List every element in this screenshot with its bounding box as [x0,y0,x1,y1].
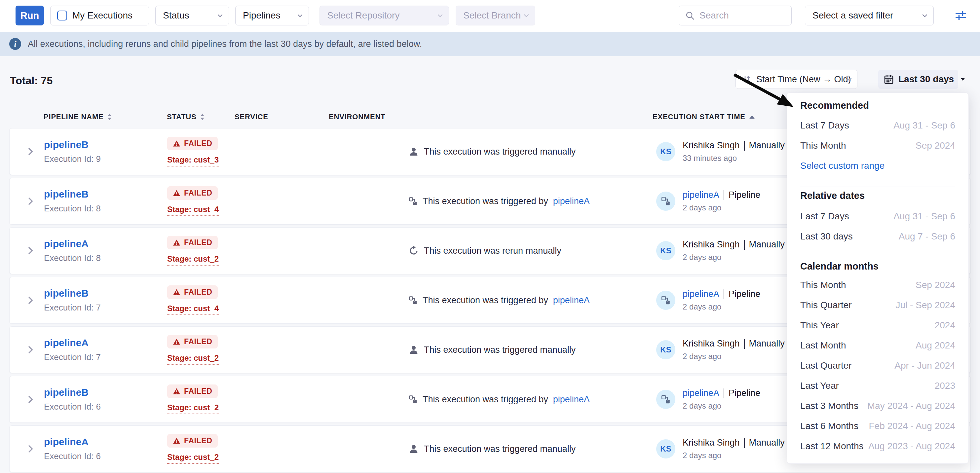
search-input[interactable] [700,10,785,21]
menu-item-this-year[interactable]: This Year2024 [800,315,955,335]
expand-chevron-icon[interactable] [25,344,36,355]
menu-section-recommended: Recommended [800,99,955,112]
status-badge: FAILED [167,434,218,448]
select-repository-dropdown[interactable]: Select Repository [320,6,449,25]
execution-id: Execution Id: 8 [44,253,101,263]
expand-chevron-icon[interactable] [25,245,36,256]
sort-asc-icon [749,114,755,119]
menu-item-this-month-cal[interactable]: This MonthSep 2024 [800,275,955,295]
avatar: KS [656,241,675,260]
my-executions-label: My Executions [72,10,132,21]
header-execution-start-time[interactable]: EXECUTION START TIME [652,110,755,124]
pipeline-name-link[interactable]: pipelineA [44,337,101,348]
menu-item-last-7-days[interactable]: Last 7 DaysAug 31 - Sep 6 [800,115,955,135]
saved-filter-dropdown[interactable]: Select a saved filter [805,6,934,25]
menu-item-this-month[interactable]: This MonthSep 2024 [800,135,955,156]
separator [744,438,745,448]
status-badge: FAILED [167,286,218,299]
trigger-pipeline-link[interactable]: pipelineA [553,394,590,405]
warning-icon [173,140,180,147]
total-count: Total: 75 [10,75,52,87]
separator [744,240,745,250]
header-pipeline-name[interactable]: PIPELINE NAME [44,110,112,124]
status-filter-dropdown[interactable]: Status [155,6,229,25]
menu-item-this-quarter[interactable]: This QuarterJul - Sep 2024 [800,295,955,315]
execution-time: 2 days ago [682,451,785,460]
execution-time: 2 days ago [682,302,760,311]
menu-item-last-month[interactable]: Last MonthAug 2024 [800,335,955,356]
pipeline-name-link[interactable]: pipelineA [44,436,101,448]
trigger-pipeline-link[interactable]: pipelineA [553,196,590,206]
pipeline-name-link[interactable]: pipelineB [44,189,101,200]
pipelines-filter-dropdown[interactable]: Pipelines [235,6,309,25]
failed-stage-link[interactable]: Stage: cust_3 [167,155,219,167]
sort-both-icon [107,113,112,121]
execution-id: Execution Id: 6 [44,402,101,412]
menu-item-last-12-months[interactable]: Last 12 MonthsAug 2023 - Aug 2024 [800,436,955,456]
executor-line: Krishika SinghManually [682,438,785,448]
failed-stage-link[interactable]: Stage: cust_4 [167,304,219,315]
warning-icon [173,189,180,197]
execution-time: 2 days ago [682,352,785,361]
pipeline-name-link[interactable]: pipelineB [44,288,101,299]
run-button[interactable]: Run [16,6,44,25]
avatar [656,192,675,211]
execution-time: 2 days ago [682,401,760,411]
trigger-pipeline-link[interactable]: pipelineA [553,295,590,306]
executor-line: pipelineAPipeline [682,190,760,200]
executor-line: Krishika SinghManually [682,338,785,349]
chevron-down-icon [921,11,929,19]
my-executions-checkbox[interactable] [57,11,67,21]
menu-item-last-30-days[interactable]: Last 30 daysAug 7 - Sep 6 [800,226,955,246]
menu-item-select-custom-range[interactable]: Select custom range [800,156,955,176]
executor-pipeline-link[interactable]: pipelineA [682,388,719,398]
failed-stage-link[interactable]: Stage: cust_2 [167,403,219,414]
pipeline-trigger-icon [408,197,418,206]
menu-item-last-6-months[interactable]: Last 6 MonthsFeb 2024 - Aug 2024 [800,416,955,436]
avatar: KS [656,142,675,161]
failed-stage-link[interactable]: Stage: cust_2 [167,354,219,365]
menu-divider [800,187,955,187]
menu-item-last-3-months[interactable]: Last 3 MonthsMay 2024 - Aug 2024 [800,396,955,416]
expand-chevron-icon[interactable] [25,196,36,206]
avatar [656,390,675,409]
expand-chevron-icon[interactable] [25,444,36,454]
execution-time: 2 days ago [682,253,785,262]
execution-id: Execution Id: 9 [44,154,101,164]
trigger-text: This execution was triggered by [423,295,548,306]
select-branch-dropdown[interactable]: Select Branch [456,6,535,25]
chevron-down-icon [436,11,444,19]
expand-chevron-icon[interactable] [25,146,36,157]
menu-item-last-quarter[interactable]: Last QuarterApr - Jun 2024 [800,356,955,376]
pipeline-name-link[interactable]: pipelineB [44,387,101,398]
menu-item-last-7-days-relative[interactable]: Last 7 DaysAug 31 - Sep 6 [800,206,955,226]
expand-chevron-icon[interactable] [25,295,36,306]
separator [724,289,724,299]
status-badge: FAILED [167,186,218,200]
executor-pipeline-link[interactable]: pipelineA [682,289,719,299]
pipeline-name-link[interactable]: pipelineB [44,139,101,150]
failed-stage-link[interactable]: Stage: cust_2 [167,254,219,265]
sort-icon [742,74,752,84]
person-icon [408,444,419,454]
failed-stage-link[interactable]: Stage: cust_2 [167,452,219,464]
execution-id: Execution Id: 6 [44,451,101,462]
trigger-text: This execution was triggered by [423,196,548,206]
filter-settings-button[interactable] [951,6,970,25]
chevron-down-icon [845,75,853,83]
failed-stage-link[interactable]: Stage: cust_4 [167,205,219,216]
avatar [656,290,675,310]
person-icon [408,344,419,355]
expand-chevron-icon[interactable] [25,394,36,405]
menu-item-last-year[interactable]: Last Year2023 [800,376,955,396]
date-range-button[interactable]: Last 30 days [878,70,958,89]
caret-down-icon [959,76,966,83]
my-executions-filter[interactable]: My Executions [50,6,149,25]
pipeline-name-link[interactable]: pipelineA [44,238,101,249]
search-icon [685,11,695,21]
trigger-text: This execution was triggered by [423,394,548,405]
executor-pipeline-link[interactable]: pipelineA [682,190,719,200]
header-status[interactable]: STATUS [167,110,205,124]
status-badge: FAILED [167,384,218,398]
sort-dropdown[interactable]: Start Time (New → Old) [735,70,858,89]
